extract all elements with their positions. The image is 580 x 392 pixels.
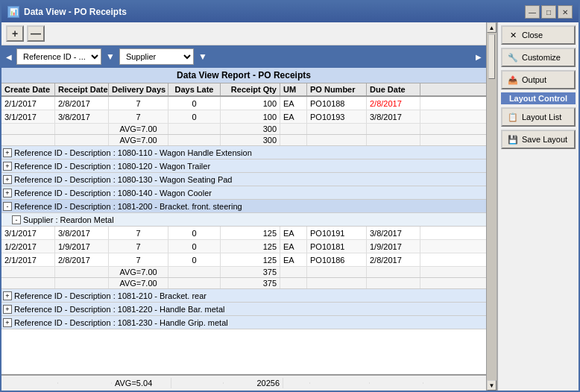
group-row-1081-220[interactable]: + Reference ID - Description : 1081-220 … [1,303,486,316]
cell-po-number: PO10186 [307,253,367,266]
col-delivery-days: Delivery Days [109,83,168,95]
save-layout-button[interactable]: 💾 Save Layout [501,130,576,149]
group-label-1080-120: Reference ID - Description : 1080-120 - … [14,162,210,171]
cell-due-date: 2/8/2017 [367,97,420,110]
scroll-track[interactable] [487,33,497,380]
reference-filter[interactable]: Reference ID - ... [16,48,101,65]
expand-1081-220[interactable]: + [3,305,12,314]
filter-scroll-left[interactable]: ◀ [6,53,12,61]
expand-1081-210[interactable]: + [3,291,12,300]
group-row-1081-210[interactable]: + Reference ID - Description : 1081-210 … [1,289,486,303]
cell-receipt-date: 2/8/2017 [55,253,109,266]
layout-list-button[interactable]: 📋 Layout List [501,107,576,127]
cell-due-date: 1/9/2017 [367,240,420,253]
table-row: 1/2/2017 1/9/2017 7 0 125 EA PO10181 1/9… [1,240,486,253]
filter-arrow-icon: ▼ [106,51,115,62]
bottom-bar: AVG=5.04 20256 [1,374,486,391]
maximize-button[interactable]: □ [541,5,556,19]
output-button[interactable]: 📤 Output [501,70,576,89]
cell-receipt-date: 3/8/2017 [55,110,109,123]
expand-1080-130[interactable]: + [3,175,12,184]
table-row: 2/1/2017 2/8/2017 7 0 100 EA PO10188 2/8… [1,97,486,110]
supplier-group-reardon[interactable]: - Supplier : Reardon Metal [1,213,486,227]
cell-create-date: 3/1/2017 [1,110,55,123]
group-row-1080-120[interactable]: + Reference ID - Description : 1080-120 … [1,159,486,173]
cell-receipt-date: 3/8/2017 [55,227,109,239]
customize-label: Customize [522,53,561,62]
layout-list-label: Layout List [522,113,561,121]
avg-qty-reardon-2: 375 [221,278,280,288]
avg-delivery-reardon-2: AVG=7.00 [109,278,168,288]
toolbar: + — [1,22,486,45]
cell-po-number: PO10188 [307,97,367,110]
title-bar: 📊 Data View - PO Receipts — □ ✕ [1,1,579,22]
col-po-number: PO Number [307,83,367,95]
filter-scroll-right[interactable]: ▶ [476,53,482,61]
group-label-1080-140: Reference ID - Description : 1080-140 - … [14,189,212,197]
filter-bar: ◀ Reference ID - ... ▼ Supplier ▼ ▶ [1,45,486,68]
cell-um: EA [280,227,307,239]
supplier-arrow-icon: ▼ [198,51,207,62]
cell-receipt-date: 1/9/2017 [55,240,109,253]
customize-button[interactable]: 🔧 Customize [501,48,576,67]
report-header: Data View Report - PO Receipts [1,68,486,83]
group-row-1080-110[interactable]: + Reference ID - Description : 1080-110 … [1,146,486,159]
cell-delivery-days: 7 [109,227,168,239]
cell-create-date: 2/1/2017 [1,97,55,110]
table-row: 2/1/2017 2/8/2017 7 0 125 EA PO10186 2/8… [1,253,486,267]
expand-1080-140[interactable]: + [3,189,12,197]
app-icon: 📊 [7,6,19,18]
supplier-filter[interactable]: Supplier [119,48,194,65]
avg-qty-2: 300 [221,135,280,145]
expand-1080-110[interactable]: + [3,148,12,157]
cell-um: EA [280,240,307,253]
group-label-1081-210: Reference ID - Description : 1081-210 - … [14,291,207,300]
save-layout-label: Save Layout [522,135,567,144]
cell-delivery-days: 7 [109,97,168,110]
group-row-1080-130[interactable]: + Reference ID - Description : 1080-130 … [1,173,486,186]
remove-button[interactable]: — [27,25,45,42]
cell-days-late: 0 [168,97,221,110]
right-panel: ✕ Close 🔧 Customize 📤 Output Layout Cont… [497,22,579,391]
avg-delivery-2: AVG=7.00 [109,135,168,145]
cell-um: EA [280,97,307,110]
left-panel: + — ◀ Reference ID - ... ▼ Supplier ▼ ▶ … [1,22,486,391]
add-button[interactable]: + [6,25,24,42]
main-content: + — ◀ Reference ID - ... ▼ Supplier ▼ ▶ … [1,22,579,391]
expand-1081-230[interactable]: + [3,318,12,327]
column-headers: Create Date Receipt Date Delivery Days D… [1,83,486,97]
close-icon: ✕ [507,29,519,41]
cell-due-date: 3/8/2017 [367,227,420,239]
cell-days-late: 0 [168,240,221,253]
cell-receipt-qty: 100 [221,110,280,123]
data-area[interactable]: 2/1/2017 2/8/2017 7 0 100 EA PO10188 2/8… [1,97,486,374]
avg-row-reardon-1: AVG=7.00 375 [1,267,486,278]
avg-qty: 300 [221,124,280,134]
scroll-down-button[interactable]: ▼ [487,380,497,391]
col-receipt-date: Receipt Date [55,83,109,95]
vertical-scrollbar[interactable]: ▲ ▼ [486,22,497,391]
cell-receipt-qty: 100 [221,97,280,110]
expand-reardon[interactable]: - [12,215,21,224]
group-row-1081-200[interactable]: - Reference ID - Description : 1081-200 … [1,200,486,213]
close-button[interactable]: ✕ Close [501,25,576,45]
cell-delivery-days: 7 [109,240,168,253]
cell-create-date: 3/1/2017 [1,227,55,239]
group-label-1081-230: Reference ID - Description : 1081-230 - … [14,318,228,327]
output-label: Output [522,75,546,84]
col-due-date: Due Date [367,83,420,95]
cell-days-late: 0 [168,253,221,266]
window-close-button[interactable]: ✕ [558,5,573,19]
cell-days-late: 0 [168,110,221,123]
scroll-up-button[interactable]: ▲ [487,22,497,33]
layout-list-icon: 📋 [507,111,519,123]
group-row-1080-140[interactable]: + Reference ID - Description : 1080-140 … [1,186,486,200]
minimize-button[interactable]: — [525,5,540,19]
group-row-1081-230[interactable]: + Reference ID - Description : 1081-230 … [1,316,486,329]
main-window: 📊 Data View - PO Receipts — □ ✕ + — ◀ Re… [0,0,580,392]
expand-1080-120[interactable]: + [3,162,12,171]
cell-um: EA [280,110,307,123]
scroll-thumb[interactable] [488,34,495,79]
expand-1081-200[interactable]: - [3,202,12,211]
window-title: Data View - PO Receipts [24,7,127,17]
